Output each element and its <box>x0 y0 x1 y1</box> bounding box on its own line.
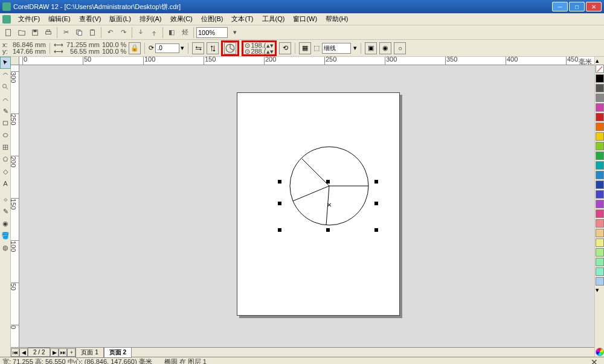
export-button[interactable] <box>148 27 160 39</box>
color-swatch[interactable] <box>596 171 604 179</box>
to-back-button[interactable]: ◉ <box>379 42 391 54</box>
text-tool[interactable]: A <box>0 177 11 190</box>
new-button[interactable] <box>2 27 14 39</box>
color-swatch[interactable] <box>596 142 604 150</box>
basic-shapes-tool[interactable]: ◇ <box>0 165 11 177</box>
menu-tools[interactable]: 工具(Q) <box>259 13 289 25</box>
ellipse-tool[interactable] <box>0 129 11 141</box>
menu-edit[interactable]: 编辑(E) <box>45 13 74 25</box>
undo-button[interactable]: ↶ <box>104 27 116 39</box>
color-swatch[interactable] <box>596 248 604 257</box>
horizontal-ruler[interactable]: 0 50 100 150 200 250 300 350 400 450 毫米 <box>19 57 594 65</box>
selection-handle[interactable] <box>278 202 281 205</box>
freehand-tool[interactable] <box>0 93 11 105</box>
color-swatch[interactable] <box>596 180 604 189</box>
center-marker[interactable]: ✕ <box>327 202 332 206</box>
color-swatch[interactable] <box>596 123 604 131</box>
pie-shape-button[interactable] <box>224 42 236 54</box>
import-button[interactable] <box>135 27 147 39</box>
fill-none-indicator[interactable]: ✕ <box>591 357 598 365</box>
palette-up-button[interactable]: ▴ <box>596 57 604 64</box>
lock-ratio-button[interactable]: 🔒 <box>129 42 141 54</box>
page-tab-2[interactable]: 页面 2 <box>104 347 132 358</box>
corel-online-button[interactable]: 烃 <box>179 27 191 39</box>
zoom-tool[interactable] <box>0 81 11 93</box>
cut-button[interactable]: ✂ <box>60 27 72 39</box>
color-swatch[interactable] <box>596 84 604 92</box>
minimize-button[interactable]: ─ <box>552 2 568 11</box>
menu-text[interactable]: 文本(T) <box>228 13 257 25</box>
angle-start-spinner[interactable]: ⊙ 198.( ▴▾ ⊙ 288.( ▴▾ <box>245 42 274 54</box>
save-button[interactable] <box>29 27 41 39</box>
color-swatch[interactable] <box>596 200 604 208</box>
close-button[interactable]: ✕ <box>586 2 602 11</box>
zoom-select[interactable] <box>196 27 228 38</box>
paste-button[interactable] <box>86 27 98 39</box>
color-swatch[interactable] <box>596 152 604 160</box>
color-swatch[interactable] <box>596 238 604 247</box>
convert-button[interactable]: ○ <box>394 42 406 54</box>
page-tab-1[interactable]: 页面 1 <box>76 347 103 358</box>
menu-help[interactable]: 帮助(H) <box>322 13 352 25</box>
mirror-h-button[interactable]: ⮀ <box>192 42 204 54</box>
redo-button[interactable]: ↷ <box>117 27 129 39</box>
canvas[interactable]: ✕ <box>19 65 594 347</box>
menu-window[interactable]: 窗口(W) <box>289 13 321 25</box>
maximize-button[interactable]: □ <box>569 2 585 11</box>
vertical-ruler[interactable]: 300 250 200 150 100 50 0 <box>11 65 19 347</box>
color-swatch[interactable] <box>596 103 604 112</box>
selection-handle[interactable] <box>278 228 281 232</box>
color-swatch[interactable] <box>596 229 604 237</box>
add-page-button[interactable]: + <box>67 348 76 357</box>
selection-handle[interactable] <box>374 228 378 232</box>
selection-handle[interactable] <box>374 180 378 184</box>
no-fill-swatch[interactable] <box>596 65 604 73</box>
color-swatch[interactable] <box>596 113 604 121</box>
open-button[interactable] <box>16 27 28 39</box>
first-page-button[interactable]: ⏮ <box>11 348 19 357</box>
last-page-button[interactable]: ⏭ <box>59 348 67 357</box>
svg-rect-6 <box>78 31 82 35</box>
palette-down-button[interactable]: ▾ <box>596 286 604 293</box>
prev-page-button[interactable]: ◀ <box>19 348 28 357</box>
menu-bitmap[interactable]: 位图(B) <box>198 13 227 25</box>
color-swatch[interactable] <box>596 132 604 141</box>
zoom-dropdown[interactable]: ▾ <box>229 27 241 39</box>
color-swatch[interactable] <box>596 219 604 228</box>
outline-width-select[interactable] <box>322 43 351 54</box>
color-swatch[interactable] <box>596 277 604 286</box>
rotation-input[interactable] <box>155 43 179 53</box>
ellipse-object[interactable] <box>284 144 374 234</box>
selection-handle[interactable] <box>278 180 281 184</box>
color-swatch[interactable] <box>596 94 604 102</box>
outline-tool[interactable]: ◉ <box>0 217 11 229</box>
menu-view[interactable]: 查看(V) <box>76 13 105 25</box>
wrap-button[interactable]: ▦ <box>299 42 311 54</box>
next-page-button[interactable]: ▶ <box>50 348 59 357</box>
color-swatch[interactable] <box>596 190 604 199</box>
menu-arrange[interactable]: 排列(A) <box>136 13 165 25</box>
color-swatch[interactable] <box>596 258 604 266</box>
app-launcher-button[interactable]: ◧ <box>165 27 178 39</box>
fill-tool[interactable]: 🪣 <box>0 229 11 241</box>
menu-file[interactable]: 文件(F) <box>14 13 43 25</box>
selection-handle[interactable] <box>326 228 330 232</box>
arc-direction-button[interactable]: ⟲ <box>279 42 291 54</box>
copy-button[interactable] <box>73 27 85 39</box>
page-counter[interactable]: 2 / 2 <box>28 348 50 357</box>
ruler-origin[interactable] <box>11 57 19 65</box>
color-swatch[interactable] <box>596 267 604 276</box>
pick-tool[interactable] <box>0 57 11 69</box>
print-button[interactable] <box>42 27 54 39</box>
mirror-v-button[interactable]: ⮁ <box>207 42 219 54</box>
graph-paper-tool[interactable] <box>0 141 11 153</box>
color-swatch[interactable] <box>596 161 604 170</box>
selection-handle[interactable] <box>326 180 330 184</box>
selection-handle[interactable] <box>374 202 378 205</box>
custom-color-button[interactable] <box>596 348 604 356</box>
color-swatch[interactable] <box>596 74 604 83</box>
to-front-button[interactable]: ▣ <box>365 42 377 54</box>
color-swatch[interactable] <box>596 209 604 218</box>
menu-effects[interactable]: 效果(C) <box>167 13 196 25</box>
menu-layout[interactable]: 版面(L) <box>106 13 134 25</box>
